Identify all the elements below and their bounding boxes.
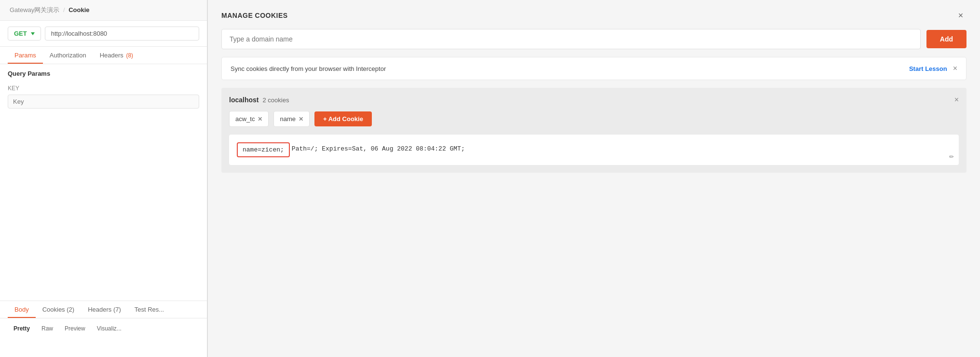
bottom-tabs: Body Cookies (2) Headers (7) Test Res... — [0, 301, 207, 318]
method-select[interactable]: GET — [8, 27, 41, 41]
domain-name-label: localhost — [229, 96, 259, 104]
cookie-value-content: name=zicen; Path=/; Expires=Sat, 06 Aug … — [237, 142, 951, 157]
query-params-section: Query Params KEY — [0, 64, 207, 114]
modal-close-button[interactable]: × — [955, 10, 966, 21]
breadcrumb-part1: Gateway网关演示 — [10, 6, 59, 14]
cookie-domain-header: localhost 2 cookies × — [229, 96, 959, 104]
breadcrumb: Gateway网关演示 / Cookie — [0, 0, 207, 21]
interceptor-text: Sync cookies directly from your browser … — [231, 65, 386, 72]
add-domain-button[interactable]: Add — [926, 30, 966, 48]
key-column-header: KEY — [8, 82, 199, 95]
response-headers-badge: (7) — [113, 306, 121, 313]
domain-close-icon[interactable]: × — [954, 96, 959, 104]
cookie-tag-name-label: name — [280, 115, 296, 123]
interceptor-actions: Start Lesson × — [909, 64, 957, 73]
interceptor-banner-close-icon[interactable]: × — [953, 64, 957, 73]
cookies-badge: (2) — [67, 306, 74, 313]
tab-cookies[interactable]: Cookies (2) — [36, 301, 81, 318]
cookie-edit-icon[interactable]: ✏ — [949, 153, 954, 160]
request-bar: GET http://localhost:8080 — [0, 21, 207, 47]
cookie-tag-name-close-icon[interactable]: ✕ — [299, 116, 303, 123]
bottom-subtabs: Pretty Raw Preview Visualiz... — [0, 321, 135, 336]
cookie-tag-acw-tc[interactable]: acw_tc ✕ — [229, 111, 269, 127]
cookie-tags-row: acw_tc ✕ name ✕ + Add Cookie — [229, 111, 959, 127]
cookie-tag-name[interactable]: name ✕ — [273, 111, 310, 127]
cookie-tag-acw-tc-close-icon[interactable]: ✕ — [258, 116, 262, 123]
modal-header: MANAGE COOKIES × — [208, 0, 980, 29]
tab-test-results[interactable]: Test Res... — [128, 301, 171, 318]
modal-body: Add Sync cookies directly from your brow… — [208, 29, 980, 357]
subtab-preview[interactable]: Preview — [59, 321, 91, 336]
add-cookie-button[interactable]: + Add Cookie — [314, 111, 372, 126]
cookie-value-rest: Path=/; Expires=Sat, 06 Aug 2022 08:04:2… — [292, 142, 465, 155]
method-chevron-icon — [31, 32, 35, 35]
subtab-pretty[interactable]: Pretty — [8, 321, 36, 336]
key-input[interactable] — [8, 95, 199, 109]
subtab-raw[interactable]: Raw — [36, 321, 59, 336]
domain-input-row: Add — [221, 29, 966, 49]
cookie-tag-acw-tc-label: acw_tc — [235, 115, 255, 123]
headers-badge: (8) — [126, 52, 133, 59]
request-tabs: Params Authorization Headers (8) — [0, 47, 207, 64]
cookie-domain-info: localhost 2 cookies — [229, 96, 289, 104]
tab-headers[interactable]: Headers (8) — [93, 47, 140, 64]
start-lesson-link[interactable]: Start Lesson — [909, 65, 947, 72]
tab-response-headers[interactable]: Headers (7) — [81, 301, 128, 318]
interceptor-banner: Sync cookies directly from your browser … — [221, 57, 966, 80]
tab-params[interactable]: Params — [8, 47, 43, 64]
tab-authorization[interactable]: Authorization — [43, 47, 93, 64]
cookie-value-highlighted: name=zicen; — [237, 142, 290, 157]
cookie-domain-section: localhost 2 cookies × acw_tc ✕ name ✕ + … — [221, 88, 966, 173]
query-params-title: Query Params — [8, 70, 199, 77]
tab-body[interactable]: Body — [8, 301, 36, 318]
subtab-visualize[interactable]: Visualiz... — [91, 321, 127, 336]
cookie-value-area: name=zicen; Path=/; Expires=Sat, 06 Aug … — [229, 135, 959, 165]
domain-name-input[interactable] — [221, 29, 921, 49]
method-label: GET — [14, 30, 27, 37]
url-input[interactable]: http://localhost:8080 — [45, 27, 199, 41]
breadcrumb-part2: Cookie — [68, 6, 89, 14]
cookies-count-label: 2 cookies — [262, 96, 289, 104]
modal-title: MANAGE COOKIES — [221, 12, 288, 19]
manage-cookies-modal: MANAGE COOKIES × Add Sync cookies direct… — [207, 0, 980, 357]
breadcrumb-separator: / — [61, 6, 68, 14]
